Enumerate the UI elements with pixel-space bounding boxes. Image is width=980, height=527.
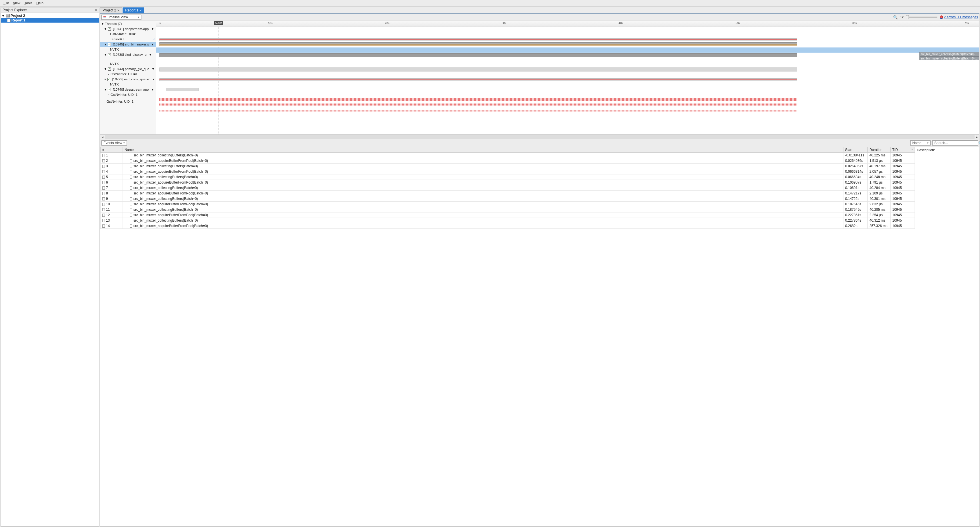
menu-bar: FFileile View Tools Help xyxy=(0,0,980,6)
report-icon xyxy=(7,19,11,22)
col-tid[interactable]: TID▴ xyxy=(891,147,915,153)
table-row[interactable]: 3src_bin_muxer_collectingBuffers(Batch=0… xyxy=(100,164,915,169)
search-box[interactable]: 🔍 xyxy=(932,141,978,145)
project-explorer-panel: Project Explorer ✕ ▾ Project 2 Report 1 xyxy=(1,7,99,527)
thread-child[interactable]: NVTX xyxy=(100,61,156,66)
row-icon xyxy=(102,170,105,173)
thread-node[interactable]: ▾✓ [10730] tiled_display_q ▾ xyxy=(100,52,156,57)
thread-node[interactable]: ▾✓ [10740] deepstream-app ▾ xyxy=(100,87,156,92)
events-view-dropdown[interactable]: Events View ▾ xyxy=(102,141,127,145)
row-icon xyxy=(102,187,105,190)
tree-project[interactable]: ▾ Project 2 xyxy=(1,13,99,18)
table-row[interactable]: 14src_bin_muxer_acquireBufferFromPool(Ba… xyxy=(100,223,915,229)
table-row[interactable]: 10src_bin_muxer_acquireBufferFromPool(Ba… xyxy=(100,201,915,207)
time-marker[interactable]: 5.30s xyxy=(214,21,223,25)
tab-label: Report 1 xyxy=(125,8,138,12)
search-icon[interactable]: 🔍 xyxy=(978,141,980,145)
chevron-down-icon: ▾ xyxy=(123,142,125,144)
filter-by-label: Name xyxy=(912,141,921,145)
table-row[interactable]: 2src_bin_muxer_acquireBufferFromPool(Bat… xyxy=(100,158,915,164)
table-row[interactable]: 6src_bin_muxer_acquireBufferFromPool(Bat… xyxy=(100,180,915,185)
thread-node[interactable]: ▾✓ [10743] primary_gie_que ▾ xyxy=(100,66,156,72)
bars-icon xyxy=(103,16,106,18)
errors-link[interactable]: ✕ 2 errors, 11 messages xyxy=(940,15,978,19)
tree-report[interactable]: Report 1 xyxy=(1,18,99,22)
zoom-slider[interactable] xyxy=(906,17,937,18)
range-tag[interactable]: src_bin_muxer_collectingBuffers(Batch=0)… xyxy=(920,52,979,56)
search-input[interactable] xyxy=(934,141,977,145)
menu-help[interactable]: Help xyxy=(35,1,45,6)
table-row[interactable]: 4src_bin_muxer_acquireBufferFromPool(Bat… xyxy=(100,169,915,174)
row-icon xyxy=(102,224,105,228)
menu-tools[interactable]: Tools xyxy=(22,1,34,6)
table-row[interactable]: 9src_bin_muxer_collectingBuffers(Batch=0… xyxy=(100,196,915,201)
table-row[interactable]: 8src_bin_muxer_acquireBufferFromPool(Bat… xyxy=(100,191,915,196)
row-icon xyxy=(130,165,132,168)
thread-node[interactable]: ▾✓ [10741] deepstream-app ▾ xyxy=(100,26,156,32)
filter-by-combo[interactable]: Name ▾ xyxy=(910,141,931,145)
thread-child[interactable]: NVTX xyxy=(100,82,156,87)
row-icon xyxy=(102,214,105,217)
row-icon xyxy=(102,219,105,222)
col-start[interactable]: Start xyxy=(843,147,868,153)
thread-child[interactable]: ▸GstNvInfer: UID=1 xyxy=(100,72,156,77)
description-label: Description: xyxy=(917,148,935,152)
table-row[interactable]: 1src_bin_muxer_collectingBuffers(Batch=0… xyxy=(100,153,915,158)
error-icon: ✕ xyxy=(940,16,943,19)
thread-child[interactable]: ▸GstNvInfer: UID=1 xyxy=(100,92,156,97)
thread-child[interactable]: TensorRT⤢ xyxy=(100,37,156,42)
tab-report[interactable]: Report 1 ✕ xyxy=(123,8,144,13)
timeline-tree[interactable]: ▾Threads (7) ▾✓ [10741] deepstream-app ▾… xyxy=(100,21,156,134)
threads-header[interactable]: ▾Threads (7) xyxy=(100,21,156,26)
report-label: Report 1 xyxy=(11,18,25,22)
thread-child[interactable]: NVTX xyxy=(100,47,156,52)
chevron-down-icon[interactable]: ▾ xyxy=(2,14,5,18)
col-name[interactable]: Name xyxy=(123,147,843,153)
project-icon xyxy=(6,14,10,18)
menu-file[interactable]: FFileile xyxy=(2,1,11,6)
chevron-down-icon: ▾ xyxy=(927,142,929,144)
row-icon xyxy=(130,159,132,163)
timeline-pane: Timeline View ▾ 🔍 1x ✕ 2 errors, 11 mess… xyxy=(100,13,979,139)
timeline-view-dropdown[interactable]: Timeline View ▾ xyxy=(102,14,142,20)
scroll-left-icon[interactable]: ◂ xyxy=(100,135,105,139)
scroll-right-icon[interactable]: ▸ xyxy=(975,135,979,139)
close-icon[interactable]: ✕ xyxy=(95,8,97,12)
project-explorer-title: Project Explorer xyxy=(3,8,27,12)
row-icon xyxy=(130,176,132,179)
table-row[interactable]: 5src_bin_muxer_collectingBuffers(Batch=0… xyxy=(100,174,915,180)
row-icon xyxy=(130,192,132,195)
menu-view[interactable]: View xyxy=(11,1,22,6)
row-icon xyxy=(130,224,132,228)
table-row[interactable]: 13src_bin_muxer_collectingBuffers(Batch=… xyxy=(100,218,915,223)
row-icon xyxy=(130,208,132,211)
row-icon xyxy=(102,181,105,184)
chevron-down-icon: ▾ xyxy=(138,16,139,19)
table-row[interactable]: 12src_bin_muxer_acquireBufferFromPool(Ba… xyxy=(100,212,915,218)
events-pane: Events View ▾ Name ▾ 🔍 xyxy=(100,139,979,527)
close-icon[interactable]: ✕ xyxy=(139,9,142,12)
col-duration[interactable]: Duration xyxy=(868,147,891,153)
row-icon xyxy=(102,203,105,206)
tab-label: Project 2 xyxy=(103,8,116,12)
thread-node[interactable]: ▾✓ [10729] osd_conv_queue: ▾ xyxy=(100,77,156,82)
tab-project[interactable]: Project 2 ✕ xyxy=(100,8,122,13)
expand-icon[interactable]: ⤢ xyxy=(153,38,155,41)
zoom-icon[interactable]: 🔍 xyxy=(893,15,898,19)
editor-tabs: Project 2 ✕ Report 1 ✕ xyxy=(100,7,979,13)
col-num[interactable]: # xyxy=(100,147,123,153)
timeline-canvas[interactable]: s 10s 20s 30s 40s 50s 60s 70s 5.30s xyxy=(156,21,979,134)
row-icon xyxy=(102,176,105,179)
timeline-ruler[interactable]: s 10s 20s 30s 40s 50s 60s 70s 5.30s xyxy=(156,21,979,27)
h-scrollbar[interactable]: ◂ ▸ xyxy=(100,134,979,139)
events-table[interactable]: # Name Start Duration TID▴ 1src_bin_muxe… xyxy=(100,147,915,229)
table-row[interactable]: 7src_bin_muxer_collectingBuffers(Batch=0… xyxy=(100,185,915,191)
thread-child[interactable]: GstNvInfer: UID=1 xyxy=(100,99,156,104)
thread-node-selected[interactable]: ▾✓ [10945] src_bin_muxer:s ▾ xyxy=(100,42,156,47)
table-row[interactable]: 11src_bin_muxer_collectingBuffers(Batch=… xyxy=(100,207,915,212)
close-icon[interactable]: ✕ xyxy=(117,9,119,12)
project-tree[interactable]: ▾ Project 2 Report 1 xyxy=(1,13,99,526)
thread-child[interactable]: GstNvInfer: UID=1 xyxy=(100,32,156,37)
slider-knob[interactable] xyxy=(906,15,909,19)
row-icon xyxy=(102,192,105,195)
